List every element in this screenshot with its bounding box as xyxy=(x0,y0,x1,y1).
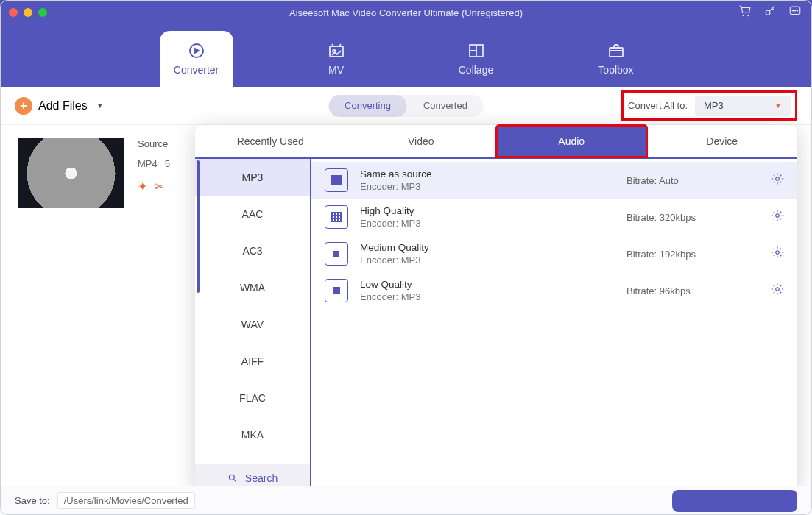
add-files-button[interactable]: + Add Files ▼ xyxy=(15,97,104,115)
app-title: Aiseesoft Mac Video Converter Ultimate (… xyxy=(289,7,523,18)
effect-icon[interactable]: ✦ xyxy=(138,180,147,193)
chevron-down-icon: ▼ xyxy=(774,102,782,110)
svg-point-2 xyxy=(766,10,770,15)
trim-icon[interactable]: ✂ xyxy=(155,180,164,193)
svg-point-14 xyxy=(776,214,780,218)
svg-point-12 xyxy=(229,475,234,480)
quality-encoder: Encoder: MP3 xyxy=(360,181,615,192)
feedback-icon[interactable] xyxy=(788,4,802,21)
format-item-aac[interactable]: AAC xyxy=(195,196,310,232)
file-format: MP4 xyxy=(138,158,158,169)
search-label: Search xyxy=(245,472,278,484)
toolbar: + Add Files ▼ Converting Converted Conve… xyxy=(0,87,812,125)
svg-point-4 xyxy=(792,10,794,12)
nav-label-mv: MV xyxy=(328,64,344,76)
quality-encoder: Encoder: MP3 xyxy=(360,218,615,229)
save-to-label: Save to: xyxy=(15,495,50,506)
svg-point-13 xyxy=(776,177,780,181)
quality-bitrate: Bitrate: Auto xyxy=(626,175,759,186)
tab-video[interactable]: Video xyxy=(346,125,497,157)
format-item-mka[interactable]: MKA xyxy=(195,416,310,453)
nav-label-converter: Converter xyxy=(174,64,219,76)
file-extra: 5 xyxy=(165,158,170,169)
window-controls xyxy=(9,8,47,17)
format-item-flac[interactable]: FLAC xyxy=(195,380,310,416)
source-label: Source xyxy=(138,138,170,149)
svg-point-6 xyxy=(797,10,798,12)
format-item-mp3[interactable]: MP3 xyxy=(195,159,310,196)
tab-recently-used[interactable]: Recently Used xyxy=(195,125,346,157)
seg-converted[interactable]: Converted xyxy=(407,95,484,117)
status-segmented-control: Converting Converted xyxy=(328,95,484,117)
output-format-select[interactable]: MP3 ▼ xyxy=(695,96,791,116)
close-window-button[interactable] xyxy=(9,8,18,17)
nav-label-collage: Collage xyxy=(459,64,493,76)
seg-converting[interactable]: Converting xyxy=(328,95,407,117)
format-item-wma[interactable]: WMA xyxy=(195,269,310,306)
quality-icon xyxy=(325,242,348,266)
tab-device[interactable]: Device xyxy=(647,125,798,157)
gear-icon[interactable] xyxy=(771,172,784,188)
quality-encoder: Encoder: MP3 xyxy=(360,255,615,266)
plus-icon: + xyxy=(15,97,32,115)
nav-tab-mv[interactable]: MV xyxy=(300,31,373,87)
quality-title: High Quality xyxy=(360,205,615,216)
quality-bitrate: Bitrate: 96kbps xyxy=(626,285,759,296)
gear-icon[interactable] xyxy=(771,209,784,225)
save-path[interactable]: /Users/link/Movies/Converted xyxy=(57,492,195,509)
quality-encoder: Encoder: MP3 xyxy=(360,291,615,302)
quality-row-medium[interactable]: Medium Quality Encoder: MP3 Bitrate: 192… xyxy=(311,235,797,272)
quality-row-high[interactable]: High Quality Encoder: MP3 Bitrate: 320kb… xyxy=(311,199,797,235)
svg-point-0 xyxy=(743,15,744,16)
video-thumbnail[interactable] xyxy=(18,138,124,208)
maximize-window-button[interactable] xyxy=(38,8,47,17)
svg-rect-11 xyxy=(610,48,623,57)
quality-icon xyxy=(325,168,348,192)
format-item-ac3[interactable]: AC3 xyxy=(195,232,310,269)
convert-all-highlight: Convert All to: MP3 ▼ xyxy=(621,90,797,121)
main-nav: Converter MV Collage Toolbox xyxy=(0,25,812,87)
convert-all-button[interactable] xyxy=(672,490,797,512)
format-item-wav[interactable]: WAV xyxy=(195,306,310,343)
gear-icon[interactable] xyxy=(771,283,784,299)
svg-point-15 xyxy=(776,251,780,255)
tab-audio[interactable]: Audio xyxy=(496,125,647,157)
key-icon[interactable] xyxy=(763,4,777,21)
nav-label-toolbox: Toolbox xyxy=(598,64,633,76)
add-files-label: Add Files xyxy=(38,99,88,113)
format-list: MP3 AAC AC3 WMA WAV AIFF FLAC MKA Search xyxy=(195,159,311,493)
format-popover: Recently Used Video Audio Device MP3 AAC… xyxy=(195,125,797,493)
nav-tab-collage[interactable]: Collage xyxy=(439,31,513,87)
format-item-aiff[interactable]: AIFF xyxy=(195,343,310,380)
svg-point-1 xyxy=(748,15,749,16)
convert-all-label: Convert All to: xyxy=(628,100,688,111)
footer: Save to: /Users/link/Movies/Converted xyxy=(0,486,812,515)
quality-icon xyxy=(325,279,348,302)
chevron-down-icon[interactable]: ▼ xyxy=(96,102,104,110)
nav-tab-converter[interactable]: Converter xyxy=(160,31,233,87)
quality-row-same[interactable]: Same as source Encoder: MP3 Bitrate: Aut… xyxy=(311,162,797,199)
titlebar: Aiseesoft Mac Video Converter Ultimate (… xyxy=(0,0,812,25)
cart-icon[interactable] xyxy=(738,4,752,21)
quality-title: Medium Quality xyxy=(360,242,615,253)
quality-list: Same as source Encoder: MP3 Bitrate: Aut… xyxy=(311,159,797,493)
quality-bitrate: Bitrate: 192kbps xyxy=(626,249,759,260)
quality-bitrate: Bitrate: 320kbps xyxy=(626,212,759,223)
quality-row-low[interactable]: Low Quality Encoder: MP3 Bitrate: 96kbps xyxy=(311,272,797,309)
quality-title: Low Quality xyxy=(360,279,615,290)
scrollbar[interactable] xyxy=(197,160,200,293)
content-area: Source MP4 5 ✦ ✂ Recently Used Video Aud… xyxy=(0,125,812,486)
svg-point-16 xyxy=(776,288,780,291)
nav-tab-toolbox[interactable]: Toolbox xyxy=(579,31,653,87)
svg-point-5 xyxy=(794,10,796,12)
gear-icon[interactable] xyxy=(771,246,784,262)
minimize-window-button[interactable] xyxy=(24,8,32,17)
output-format-value: MP3 xyxy=(704,100,724,111)
quality-icon xyxy=(325,205,348,229)
quality-title: Same as source xyxy=(360,168,615,180)
svg-rect-8 xyxy=(330,46,343,57)
